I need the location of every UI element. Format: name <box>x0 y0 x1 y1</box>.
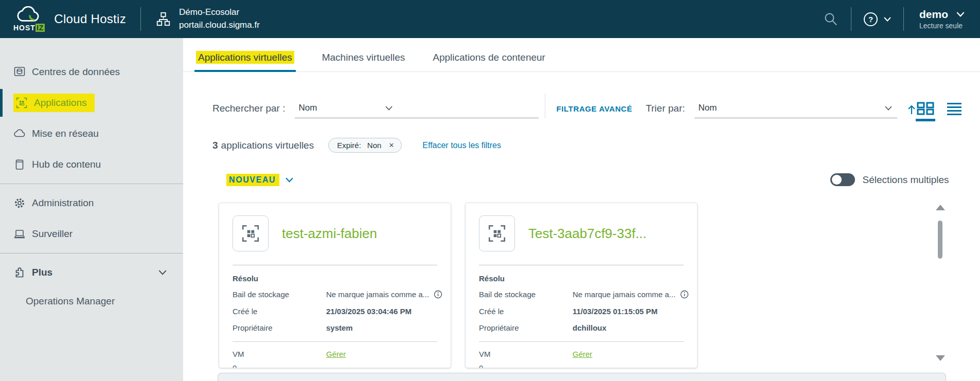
user-name: demo <box>919 8 948 21</box>
sidebar-item-administration[interactable]: Administration <box>0 188 183 219</box>
chevron-down-icon <box>884 17 891 22</box>
bottom-tasks-panel[interactable] <box>218 373 946 381</box>
lease-label: Bail de stockage <box>233 289 326 300</box>
card-row-created: Créé le 21/03/2025 03:04:46 PM <box>233 306 437 317</box>
vapp-status: Résolu <box>479 274 684 283</box>
vertical-scrollbar[interactable] <box>935 205 946 362</box>
advanced-filter-button[interactable]: FILTRAGE AVANCÉ <box>557 104 633 113</box>
sidebar-item-surveiller[interactable]: Surveiller <box>0 219 183 249</box>
sidebar-divider <box>0 253 183 253</box>
user-menu[interactable]: demo Lecture seule <box>919 8 965 30</box>
scroll-down-arrow-icon[interactable] <box>936 355 945 361</box>
vapp-icon <box>15 97 28 109</box>
search-icon[interactable] <box>822 11 839 27</box>
sidebar-item-hub-de-contenu[interactable]: Hub de contenu <box>0 149 183 180</box>
vapp-icon-box <box>233 215 269 251</box>
vapp-title-link[interactable]: test-azmi-fabien <box>282 226 377 242</box>
card-divider <box>479 265 684 265</box>
card-divider <box>479 341 684 342</box>
actions-bar: NOUVEAU Sélections multiples <box>226 173 975 186</box>
help-menu[interactable]: ? <box>864 12 891 26</box>
toggle-knob <box>832 175 842 185</box>
sidebar-item-centres-de-donnees[interactable]: Centres de données <box>0 57 183 87</box>
search-by-label: Rechercher par : <box>212 103 286 114</box>
chip-close-icon[interactable]: ✕ <box>388 141 394 149</box>
sidebar-item-label: Administration <box>32 197 94 209</box>
scrollbar-thumb[interactable] <box>938 221 942 259</box>
header-divider <box>851 7 851 31</box>
org-selector[interactable]: Démo-Ecosolar portail.cloud.sigma.fr <box>155 6 260 31</box>
card-row-vm: VM Gérer <box>479 349 684 359</box>
result-count: 3 <box>212 140 218 151</box>
tab-applications-de-conteneur[interactable]: Applications de conteneur <box>431 52 547 71</box>
multi-select-toggle[interactable] <box>830 173 855 186</box>
sidebar-item-label: Operations Manager <box>26 296 115 307</box>
list-view-button[interactable] <box>945 102 962 115</box>
search-field-select[interactable]: Nom <box>295 100 398 118</box>
scroll-up-arrow-icon[interactable] <box>936 205 945 210</box>
info-icon[interactable] <box>680 290 689 299</box>
list-view-icon <box>945 102 962 115</box>
sidebar-item-label: Applications <box>34 97 86 108</box>
app-title: Cloud Hostiz <box>54 12 126 26</box>
brand-logo: HOSTIZ <box>13 6 45 32</box>
sort-ascending-icon[interactable] <box>906 104 917 115</box>
network-cloud-icon <box>13 128 26 140</box>
card-divider <box>233 265 437 265</box>
vapp-status: Résolu <box>233 274 437 283</box>
search-input[interactable] <box>398 99 539 118</box>
puzzle-icon <box>13 266 26 279</box>
manage-vm-link[interactable]: Gérer <box>573 349 592 359</box>
tab-applications-virtuelles[interactable]: Applications virtuelles <box>194 52 296 71</box>
user-role: Lecture seule <box>919 22 963 30</box>
vapp-card[interactable]: Test-3aab7cf9-33f... Résolu Bail de stoc… <box>465 203 698 368</box>
vm-label: VM <box>479 349 573 359</box>
owner-label: Propriétaire <box>233 323 326 333</box>
sidebar-item-label: Surveiller <box>32 228 73 240</box>
content-hub-icon <box>13 158 26 171</box>
header-divider <box>140 7 141 31</box>
vapp-card[interactable]: test-azmi-fabien Résolu Bail de stockage… <box>219 203 451 368</box>
chip-value: Non <box>367 141 382 150</box>
card-row-owner: Propriétaire system <box>233 323 437 333</box>
clear-filters-link[interactable]: Effacer tous les filtres <box>422 141 501 150</box>
manage-vm-link[interactable]: Gérer <box>326 349 346 359</box>
lease-label: Bail de stockage <box>479 289 573 300</box>
chevron-down-icon <box>385 106 393 111</box>
tab-machines-virtuelles[interactable]: Machines virtuelles <box>320 52 407 71</box>
vm-count: 0 <box>233 364 437 368</box>
sidebar-item-plus[interactable]: Plus <box>0 257 183 288</box>
filter-toolbar: Rechercher par : Nom FILTRAGE AVANCÉ Tri… <box>212 95 975 118</box>
card-row-lease: Bail de stockage Ne marque jamais comme … <box>233 289 437 300</box>
card-row-vm: VM Gérer <box>233 349 437 359</box>
sort-select[interactable]: Nom <box>694 100 897 118</box>
info-icon[interactable] <box>434 290 442 299</box>
filter-chip-expire[interactable]: Expiré: Non ✕ <box>328 138 402 153</box>
sidebar-item-mise-en-reseau[interactable]: Mise en réseau <box>0 118 183 149</box>
vm-label: VM <box>233 349 326 359</box>
card-header: test-azmi-fabien <box>233 215 437 251</box>
sidebar-item-label: Centres de données <box>32 66 120 78</box>
created-label: Créé le <box>233 306 326 317</box>
grid-view-button[interactable] <box>917 102 934 115</box>
created-label: Créé le <box>479 306 573 317</box>
header-divider <box>903 7 904 31</box>
chevron-down-icon <box>885 106 892 111</box>
sidebar-item-operations-manager[interactable]: Operations Manager <box>0 288 183 315</box>
main-content: Applications virtuelles Machines virtuel… <box>183 38 980 381</box>
logo-wordmark: HOSTIZ <box>13 24 45 32</box>
search-field-value: Nom <box>299 103 317 113</box>
datacenter-icon <box>13 66 26 78</box>
chevron-down-icon <box>956 12 965 17</box>
grid-view-icon <box>917 102 934 115</box>
sidebar-item-applications[interactable]: Applications <box>0 87 183 118</box>
vapp-title-link[interactable]: Test-3aab7cf9-33f... <box>528 226 647 242</box>
sidebar-item-label: Hub de contenu <box>32 159 101 170</box>
sidebar-item-label: Plus <box>32 267 52 278</box>
vapp-icon <box>487 224 507 243</box>
view-switcher <box>917 102 962 118</box>
vm-count: 0 <box>479 364 684 368</box>
cloud-logo-icon <box>14 6 44 24</box>
new-button[interactable]: NOUVEAU <box>226 174 293 186</box>
chevron-down-icon <box>158 270 167 275</box>
